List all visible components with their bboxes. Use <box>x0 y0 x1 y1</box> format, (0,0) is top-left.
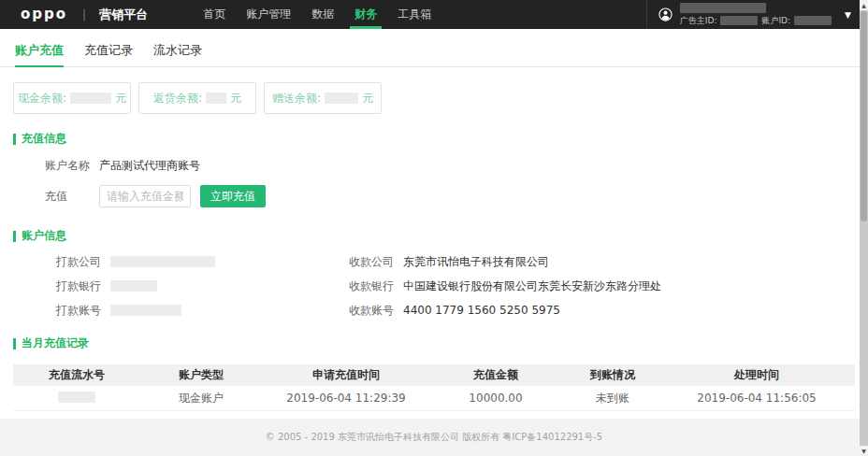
payee-company-value: 东莞市讯怡电子科技有限公司 <box>403 254 549 270</box>
monthly-records-title-row: 当月充值记录 <box>13 335 868 351</box>
recharge-info-title: 充值信息 <box>22 131 66 147</box>
nav-item-account-mgmt[interactable]: 账户管理 <box>236 0 301 29</box>
section-accent-bar <box>13 338 16 349</box>
nav-item-finance[interactable]: 财务 <box>344 0 387 29</box>
account-id-label: 账户ID: <box>761 15 790 27</box>
section-accent-bar <box>13 134 16 145</box>
section-accent-bar <box>13 231 16 242</box>
nav-item-home[interactable]: 首页 <box>193 0 236 29</box>
gift-balance-card: 赠送余额: 元 <box>264 82 382 114</box>
payee-account-row: 收款账号 4400 1779 1560 5250 5975 <box>349 304 661 317</box>
account-name-label: 账户名称 <box>45 158 99 174</box>
user-account-area[interactable]: 广告主ID: 账户ID: ▼ <box>646 0 851 29</box>
main-nav: 首页 账户管理 数据 财务 工具箱 <box>193 0 441 29</box>
cash-balance-unit: 元 <box>115 91 126 107</box>
cell-account-type: 现金账户 <box>140 391 262 406</box>
col-header-account-type: 账户类型 <box>140 367 262 383</box>
payer-company-row: 打款公司 <box>56 255 349 268</box>
footer: © 2005 - 2019 东莞市讯怡电子科技有限公司 版权所有 粤ICP备14… <box>0 419 868 456</box>
gift-balance-unit: 元 <box>362 91 373 107</box>
payee-bank-label: 收款银行 <box>349 278 390 294</box>
col-header-flow-no: 充值流水号 <box>13 367 140 383</box>
redacted-account-name <box>680 3 766 13</box>
return-balance-label: 返货余额: <box>153 91 202 107</box>
payer-column: 打款公司 打款银行 打款账号 <box>56 244 349 317</box>
payee-bank-row: 收款银行 中国建设银行股份有限公司东莞长安新沙东路分理处 <box>349 279 661 292</box>
records-table: 充值流水号 账户类型 申请充值时间 充值金额 到账情况 处理时间 现金账户 20… <box>13 364 855 411</box>
payee-company-label: 收款公司 <box>349 254 390 270</box>
col-header-process-time: 处理时间 <box>664 367 849 383</box>
user-icon <box>658 7 673 21</box>
tab-recharge-records[interactable]: 充值记录 <box>84 42 133 66</box>
payee-company-row: 收款公司 东莞市讯怡电子科技有限公司 <box>349 255 661 268</box>
gift-balance-label: 赠送余额: <box>272 91 321 107</box>
page: oppo | 营销平台 首页 账户管理 数据 财务 工具箱 广告主ID: 账户I… <box>0 0 868 456</box>
nav-item-toolbox[interactable]: 工具箱 <box>387 0 441 29</box>
redacted-payer-company <box>110 256 215 267</box>
redacted-flow-no <box>58 392 95 403</box>
nav-item-data[interactable]: 数据 <box>301 0 344 29</box>
recharge-label: 充值 <box>45 189 99 205</box>
return-balance-card: 返货余额: 元 <box>138 82 256 114</box>
cash-balance-label: 现金余额: <box>18 91 66 107</box>
account-name-row: 账户名称 产品测试代理商账号 <box>45 158 868 174</box>
payee-column: 收款公司 东莞市讯怡电子科技有限公司 收款银行 中国建设银行股份有限公司东莞长安… <box>349 244 661 317</box>
platform-title: 营销平台 <box>99 7 148 23</box>
scrollbar-down-icon[interactable]: ▼ <box>860 446 868 456</box>
logo-separator: | <box>82 8 86 21</box>
oppo-logo: oppo <box>21 0 67 29</box>
redacted-advertiser-id <box>720 16 758 25</box>
payer-company-label: 打款公司 <box>56 254 97 270</box>
payer-bank-row: 打款银行 <box>56 279 349 292</box>
account-info-title-row: 账户信息 <box>13 228 868 244</box>
scrollbar-thumb[interactable] <box>861 11 867 221</box>
account-info-columns: 打款公司 打款银行 打款账号 收款公司 东莞市讯怡电子科技有限公司 <box>0 244 868 317</box>
chevron-down-icon[interactable]: ▼ <box>845 10 851 20</box>
advertiser-id-label: 广告主ID: <box>680 15 717 27</box>
recharge-now-button[interactable]: 立即充值 <box>200 185 266 207</box>
scrollbar-up-icon[interactable]: ▲ <box>860 0 868 10</box>
account-info-title: 账户信息 <box>22 228 66 244</box>
recharge-info-section: 充值信息 账户名称 产品测试代理商账号 充值 立即充值 <box>0 131 868 207</box>
cell-apply-time: 2019-06-04 11:29:39 <box>262 392 430 405</box>
col-header-amount: 充值金额 <box>430 367 561 383</box>
top-header: oppo | 营销平台 首页 账户管理 数据 财务 工具箱 广告主ID: 账户I… <box>0 0 868 29</box>
finance-tabbar: 账户充值 充值记录 流水记录 <box>0 29 868 67</box>
cell-flow-no <box>13 392 140 406</box>
payer-bank-label: 打款银行 <box>56 278 97 294</box>
table-row: 现金账户 2019-06-04 11:29:39 10000.00 未到账 20… <box>13 386 855 411</box>
return-balance-unit: 元 <box>230 91 241 107</box>
payee-account-label: 收款账号 <box>349 303 390 319</box>
copyright-text: © 2005 - 2019 东莞市讯怡电子科技有限公司 版权所有 粤ICP备14… <box>266 432 602 442</box>
cell-process-time: 2019-06-04 11:56:05 <box>664 392 849 405</box>
col-header-arrival-status: 到账情况 <box>561 367 664 383</box>
recharge-amount-input[interactable] <box>99 185 191 207</box>
redacted-account-id <box>794 16 832 25</box>
redacted-payer-account <box>110 305 181 316</box>
cell-arrival-status: 未到账 <box>561 391 664 406</box>
payer-account-row: 打款账号 <box>56 304 349 317</box>
tab-transaction-records[interactable]: 流水记录 <box>153 42 202 66</box>
recharge-info-title-row: 充值信息 <box>13 131 868 147</box>
payer-account-label: 打款账号 <box>56 303 97 319</box>
redacted-payer-bank <box>110 280 157 292</box>
balance-cards: 现金余额: 元 返货余额: 元 赠送余额: 元 <box>13 82 855 114</box>
redacted-return-balance <box>206 93 226 104</box>
cell-amount: 10000.00 <box>430 392 561 405</box>
payee-account-value: 4400 1779 1560 5250 5975 <box>403 304 560 317</box>
redacted-gift-balance <box>325 93 358 104</box>
monthly-records-title: 当月充值记录 <box>22 335 89 351</box>
account-info-section: 账户信息 打款公司 打款银行 打款账号 收款公司 <box>0 228 868 317</box>
redacted-cash-balance <box>70 93 111 104</box>
account-name-value: 产品测试代理商账号 <box>99 158 200 174</box>
vertical-scrollbar[interactable]: ▲ ▼ <box>860 0 868 456</box>
payee-bank-value: 中国建设银行股份有限公司东莞长安新沙东路分理处 <box>403 278 661 294</box>
col-header-apply-time: 申请充值时间 <box>262 367 430 383</box>
cash-balance-card: 现金余额: 元 <box>13 82 131 114</box>
user-meta: 广告主ID: 账户ID: <box>680 3 832 27</box>
tab-account-recharge[interactable]: 账户充值 <box>15 42 64 66</box>
account-ids-row: 广告主ID: 账户ID: <box>680 15 832 27</box>
recharge-amount-row: 充值 立即充值 <box>45 185 868 207</box>
records-table-header: 充值流水号 账户类型 申请充值时间 充值金额 到账情况 处理时间 <box>13 364 855 386</box>
